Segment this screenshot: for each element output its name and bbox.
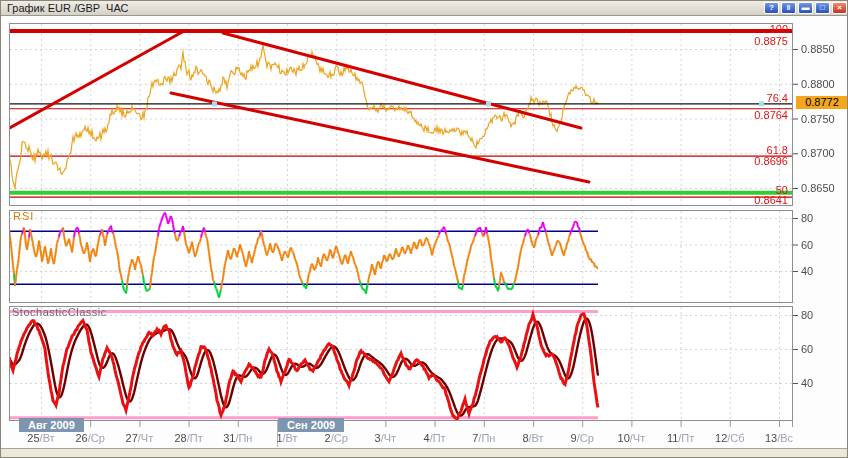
rsi-panel[interactable] xyxy=(9,210,793,303)
price-axis-tick-label: 0.8850 xyxy=(801,43,835,55)
price-panel[interactable] xyxy=(9,23,793,206)
date-tick-label: 2/Ср xyxy=(308,432,364,444)
date-tick-label: 27/Чт xyxy=(111,432,167,444)
fib-price-label: 0.8875 xyxy=(754,35,788,47)
minimize-button[interactable]: ▬ xyxy=(798,2,813,14)
fib-price-label: 0.8764 xyxy=(754,109,788,121)
date-tick-label: 28/Пт xyxy=(161,432,217,444)
window-bottom-edge xyxy=(1,448,847,458)
stochastic-axis-tick-label: 60 xyxy=(801,343,813,355)
date-tick-label: 13/Вс xyxy=(751,432,807,444)
date-tick-label: 7/Пн xyxy=(456,432,512,444)
fib-level-label: 100 xyxy=(770,23,788,35)
stochastic-panel[interactable] xyxy=(9,306,793,421)
date-tick-label: 25/Вт xyxy=(13,432,69,444)
date-tick-label: 1/Вт xyxy=(259,432,315,444)
rsi-axis-tick-label: 40 xyxy=(801,265,813,277)
month-badge: Сен 2009 xyxy=(278,418,344,432)
date-tick-label: 8/Вт xyxy=(505,432,561,444)
stochastic-axis-tick-label: 80 xyxy=(801,309,813,321)
date-tick-label: 11/Пт xyxy=(653,432,709,444)
date-tick-label: 4/Пт xyxy=(407,432,463,444)
window-title: График EUR /GBP ЧАС xyxy=(7,2,129,14)
month-badge: Авг 2009 xyxy=(19,418,84,432)
rsi-axis-tick-label: 80 xyxy=(801,212,813,224)
fib-price-label: 0.8696 xyxy=(754,155,788,167)
date-tick-label: 9/Ср xyxy=(554,432,610,444)
price-axis-tick-label: 0.8650 xyxy=(801,182,835,194)
rsi-indicator-label: RSI xyxy=(13,210,34,222)
close-button[interactable]: × xyxy=(832,2,847,14)
stochastic-indicator-label: StochasticClassic xyxy=(12,306,107,318)
fib-price-label: 0.8641 xyxy=(754,194,788,206)
price-axis-tick-label: 0.8750 xyxy=(801,113,835,125)
help-button[interactable]: ? xyxy=(764,2,779,14)
rsi-axis-tick-label: 60 xyxy=(801,239,813,251)
date-tick-label: 26/Ср xyxy=(62,432,118,444)
maximize-button[interactable]: □ xyxy=(815,2,830,14)
chart-window: График EUR /GBP ЧАС ?‖▬□× RSI Stochastic… xyxy=(0,0,848,458)
fib-level-label: 76.4 xyxy=(767,92,788,104)
pause-button[interactable]: ‖ xyxy=(781,2,796,14)
stochastic-axis-tick-label: 40 xyxy=(801,377,813,389)
date-tick-label: 31/Пн xyxy=(210,432,266,444)
date-tick-label: 12/Сб xyxy=(702,432,758,444)
title-bar[interactable]: График EUR /GBP ЧАС ?‖▬□× xyxy=(1,1,847,16)
price-axis-tick-label: 0.8800 xyxy=(801,78,835,90)
current-price-badge: 0.8772 xyxy=(796,96,848,109)
date-tick-label: 3/Чт xyxy=(357,432,413,444)
price-axis-tick-label: 0.8700 xyxy=(801,147,835,159)
date-tick-label: 10/Чт xyxy=(603,432,659,444)
